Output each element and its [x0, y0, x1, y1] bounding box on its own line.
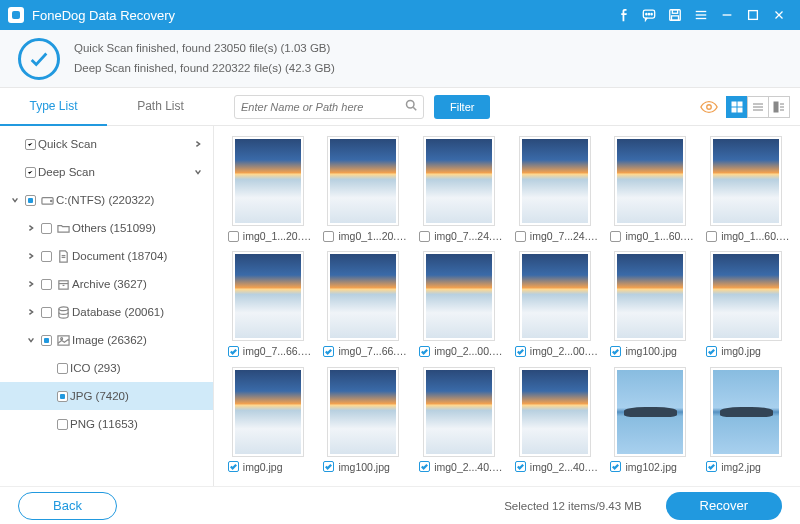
file-checkbox[interactable]: [706, 231, 717, 242]
drive-icon: [38, 194, 56, 207]
file-name: img0_2...40.jpg: [530, 461, 599, 473]
tree-jpg[interactable]: JPG (7420): [0, 382, 213, 410]
view-grid-button[interactable]: [726, 96, 748, 118]
file-thumbnail[interactable]: img0_2...00.jpg: [413, 251, 505, 360]
file-checkbox[interactable]: [323, 231, 334, 242]
tab-path-list[interactable]: Path List: [107, 88, 214, 126]
svg-point-38: [60, 337, 62, 339]
thumbnail-image: [710, 136, 782, 226]
file-thumbnail[interactable]: img0_2...00.jpg: [509, 251, 601, 360]
tab-type-list[interactable]: Type List: [0, 88, 107, 126]
maximize-icon[interactable]: [740, 0, 766, 30]
file-checkbox[interactable]: [228, 231, 239, 242]
facebook-icon[interactable]: [610, 0, 636, 30]
folder-icon: [54, 222, 72, 235]
tree-ico[interactable]: ICO (293): [0, 354, 213, 382]
file-checkbox[interactable]: [419, 231, 430, 242]
svg-rect-7: [672, 16, 679, 20]
file-checkbox[interactable]: [419, 461, 430, 472]
preview-icon[interactable]: [695, 95, 723, 119]
file-thumbnail[interactable]: img0.jpg: [222, 367, 314, 476]
database-icon: [54, 306, 72, 319]
file-checkbox[interactable]: [323, 461, 334, 472]
tree-image[interactable]: Image (26362): [0, 326, 213, 354]
svg-rect-6: [672, 10, 677, 14]
file-thumbnail[interactable]: img0_2...40.jpg: [413, 367, 505, 476]
svg-point-17: [707, 104, 712, 109]
thumbnail-image: [232, 367, 304, 457]
svg-rect-25: [774, 102, 778, 112]
search-icon[interactable]: [405, 99, 417, 114]
feedback-icon[interactable]: [636, 0, 662, 30]
file-checkbox[interactable]: [706, 461, 717, 472]
tree-label: Deep Scan: [38, 166, 191, 178]
file-thumbnail[interactable]: img0_1...60.jpg: [700, 136, 792, 245]
view-list-button[interactable]: [747, 96, 769, 118]
file-checkbox[interactable]: [515, 346, 526, 357]
close-icon[interactable]: [766, 0, 792, 30]
tree-others[interactable]: Others (151099): [0, 214, 213, 242]
file-thumbnail[interactable]: img0_1...20.jpg: [222, 136, 314, 245]
archive-icon: [54, 278, 72, 291]
save-icon[interactable]: [662, 0, 688, 30]
file-thumbnail[interactable]: img0_1...20.jpg: [318, 136, 410, 245]
file-checkbox[interactable]: [610, 346, 621, 357]
thumbnail-image: [423, 136, 495, 226]
svg-line-16: [413, 107, 416, 110]
file-thumbnail[interactable]: img0_2...40.jpg: [509, 367, 601, 476]
thumbnail-image: [710, 367, 782, 457]
back-button[interactable]: Back: [18, 492, 117, 520]
file-name: img0.jpg: [243, 461, 312, 473]
tree-document[interactable]: Document (18704): [0, 242, 213, 270]
search-box[interactable]: [234, 95, 424, 119]
thumbnail-image: [232, 251, 304, 341]
tree-png[interactable]: PNG (11653): [0, 410, 213, 438]
thumbnail-image: [327, 136, 399, 226]
tree-drive[interactable]: C:(NTFS) (220322): [0, 186, 213, 214]
chevron-right-icon: [24, 252, 38, 260]
recover-button[interactable]: Recover: [666, 492, 782, 520]
sidebar: Quick Scan Deep Scan C:(NTFS) (220322) O…: [0, 126, 214, 486]
tree-deep-scan[interactable]: Deep Scan: [0, 158, 213, 186]
thumbnail-image: [423, 251, 495, 341]
file-thumbnail[interactable]: img0_7...24.jpg: [413, 136, 505, 245]
svg-point-30: [50, 200, 51, 201]
file-thumbnail[interactable]: img0_7...24.jpg: [509, 136, 601, 245]
file-thumbnail[interactable]: img0_7...66.jpg: [222, 251, 314, 360]
file-checkbox[interactable]: [228, 461, 239, 472]
view-detail-button[interactable]: [768, 96, 790, 118]
toolbar: Type List Path List Filter: [0, 88, 800, 126]
file-checkbox[interactable]: [610, 461, 621, 472]
menu-icon[interactable]: [688, 0, 714, 30]
file-thumbnail[interactable]: img0_7...66.jpg: [318, 251, 410, 360]
file-thumbnail[interactable]: img0_1...60.jpg: [605, 136, 697, 245]
document-icon: [54, 250, 72, 263]
file-checkbox[interactable]: [515, 461, 526, 472]
file-thumbnail[interactable]: img100.jpg: [318, 367, 410, 476]
file-checkbox[interactable]: [228, 346, 239, 357]
chevron-right-icon: [24, 308, 38, 316]
file-checkbox[interactable]: [610, 231, 621, 242]
file-name: img0_1...60.jpg: [625, 230, 694, 242]
file-checkbox[interactable]: [706, 346, 717, 357]
tree-archive[interactable]: Archive (3627): [0, 270, 213, 298]
search-input[interactable]: [241, 101, 405, 113]
minimize-icon[interactable]: [714, 0, 740, 30]
file-thumbnail[interactable]: img2.jpg: [700, 367, 792, 476]
svg-rect-19: [738, 102, 742, 106]
tree-database[interactable]: Database (20061): [0, 298, 213, 326]
filter-button[interactable]: Filter: [434, 95, 490, 119]
tree-quick-scan[interactable]: Quick Scan: [0, 130, 213, 158]
file-name: img0_7...24.jpg: [530, 230, 599, 242]
selection-status: Selected 12 items/9.43 MB: [504, 500, 641, 512]
file-name: img2.jpg: [721, 461, 790, 473]
svg-rect-18: [732, 102, 736, 106]
file-thumbnail[interactable]: img102.jpg: [605, 367, 697, 476]
file-thumbnail[interactable]: img0.jpg: [700, 251, 792, 360]
file-checkbox[interactable]: [419, 346, 430, 357]
footer: Back Selected 12 items/9.43 MB Recover: [0, 486, 800, 524]
file-checkbox[interactable]: [515, 231, 526, 242]
file-name: img0_7...66.jpg: [243, 345, 312, 357]
file-thumbnail[interactable]: img100.jpg: [605, 251, 697, 360]
file-checkbox[interactable]: [323, 346, 334, 357]
